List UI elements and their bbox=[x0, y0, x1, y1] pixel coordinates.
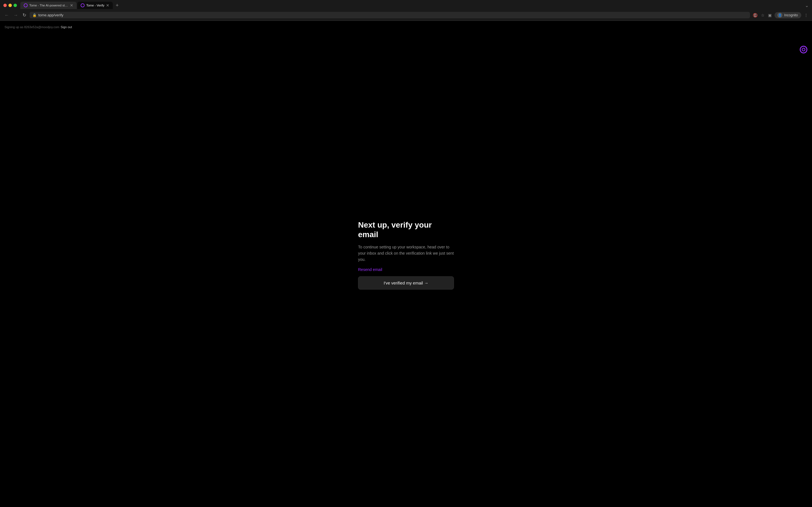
address-bar-row: ← → ↻ 🔒 tome.app/verify 📵 ☆ ▣ 👤 Incognit… bbox=[0, 11, 812, 20]
browser-top-bar: Tome - The AI-powered storyt... ✕ Tome -… bbox=[0, 0, 812, 11]
minimize-window-button[interactable] bbox=[8, 4, 12, 7]
reload-button[interactable]: ↻ bbox=[21, 12, 28, 18]
back-button[interactable]: ← bbox=[3, 12, 10, 18]
star-icon[interactable]: ☆ bbox=[760, 12, 765, 18]
tab-1-icon bbox=[24, 3, 28, 7]
incognito-profile-icon: 👤 bbox=[777, 13, 782, 18]
close-window-button[interactable] bbox=[3, 4, 7, 7]
svg-point-1 bbox=[802, 48, 805, 51]
tab-bar: Tome - The AI-powered storyt... ✕ Tome -… bbox=[20, 2, 803, 9]
traffic-lights bbox=[3, 4, 17, 7]
tab-2-icon bbox=[81, 3, 85, 7]
page-content: Signing up as 8263e52a@moodjoy.com Sign … bbox=[0, 21, 812, 505]
main-content: Next up, verify your email To continue s… bbox=[0, 33, 812, 505]
verify-description: To continue setting up your workspace, h… bbox=[358, 244, 454, 263]
camera-off-icon: 📵 bbox=[752, 12, 758, 18]
tab-list-button[interactable]: ⌄ bbox=[805, 3, 809, 8]
address-bar[interactable]: 🔒 tome.app/verify bbox=[30, 12, 750, 18]
svg-point-0 bbox=[800, 46, 807, 53]
tome-logo-container bbox=[800, 46, 808, 55]
tab-1-title: Tome - The AI-powered storyt... bbox=[29, 4, 68, 7]
verified-button[interactable]: I've verified my email → bbox=[358, 276, 454, 290]
menu-button[interactable]: ⋮ bbox=[804, 12, 809, 18]
maximize-window-button[interactable] bbox=[13, 4, 17, 7]
tab-2-close-button[interactable]: ✕ bbox=[106, 3, 109, 8]
forward-button[interactable]: → bbox=[12, 12, 19, 18]
verify-card: Next up, verify your email To continue s… bbox=[358, 220, 454, 289]
verify-title: Next up, verify your email bbox=[358, 220, 454, 239]
resend-email-link[interactable]: Resend email bbox=[358, 267, 454, 272]
tome-logo-icon bbox=[800, 46, 808, 54]
lock-icon: 🔒 bbox=[33, 13, 37, 17]
new-tab-button[interactable]: + bbox=[113, 2, 121, 9]
sidebar-icon[interactable]: ▣ bbox=[767, 12, 772, 18]
incognito-label: Incognito bbox=[783, 13, 799, 18]
tab-2-title: Tome - Verify bbox=[86, 4, 104, 7]
tab-1-close-button[interactable]: ✕ bbox=[70, 3, 73, 8]
sign-out-link[interactable]: Sign out bbox=[61, 25, 72, 29]
tab-2[interactable]: Tome - Verify ✕ bbox=[77, 2, 113, 9]
incognito-button[interactable]: 👤 Incognito bbox=[774, 12, 801, 18]
signing-up-email: 8263e52a@moodjoy.com bbox=[24, 25, 59, 29]
tab-1[interactable]: Tome - The AI-powered storyt... ✕ bbox=[20, 2, 77, 9]
signing-up-info: Signing up as 8263e52a@moodjoy.com Sign … bbox=[4, 24, 72, 29]
verified-button-label: I've verified my email → bbox=[384, 281, 428, 285]
top-status-bar: Signing up as 8263e52a@moodjoy.com Sign … bbox=[0, 21, 812, 33]
signing-up-prefix: Signing up as bbox=[4, 25, 24, 29]
address-text: tome.app/verify bbox=[38, 13, 63, 17]
browser-chrome: Tome - The AI-powered storyt... ✕ Tome -… bbox=[0, 0, 812, 21]
toolbar-icons: 📵 ☆ ▣ 👤 Incognito ⋮ bbox=[752, 12, 809, 18]
